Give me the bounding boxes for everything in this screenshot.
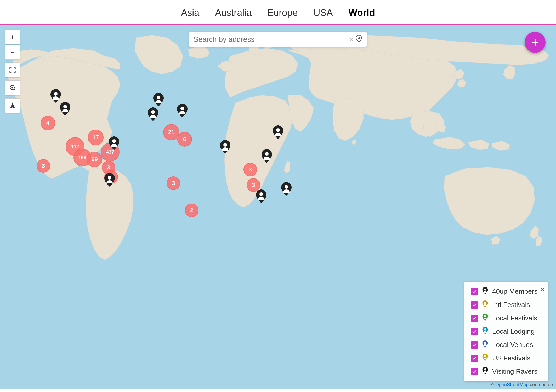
legend-icon-local-ven [481, 340, 489, 349]
cluster-marker-c1[interactable]: 4 [41, 116, 55, 130]
search-location-button[interactable] [5, 80, 20, 95]
map-attribution: © OpenStreetMap contributors [491, 382, 554, 388]
legend-item-40up: 40up Members [471, 287, 542, 296]
cluster-marker-c12[interactable]: 3 [167, 176, 180, 190]
cluster-marker-c11[interactable]: 6 [177, 132, 192, 147]
cluster-marker-c5[interactable]: 69 [87, 152, 102, 167]
nav-item-europe[interactable]: Europe [267, 7, 298, 18]
search-map-icon[interactable] [355, 35, 362, 44]
pin-marker-p8[interactable] [262, 149, 272, 165]
svg-point-2 [12, 87, 13, 88]
fullscreen-button[interactable] [5, 63, 20, 77]
pin-marker-p11[interactable] [281, 182, 292, 198]
legend-close-button[interactable]: × [541, 285, 544, 293]
legend-label-us-fest: US Festivals [492, 354, 530, 362]
pin-marker-p9[interactable] [104, 173, 115, 189]
pin-marker-p4[interactable] [177, 104, 188, 119]
search-input[interactable] [194, 35, 347, 44]
pin-marker-p12[interactable] [273, 125, 283, 141]
legend-label-intl-fest: Intl Festivals [492, 301, 530, 309]
svg-point-8 [151, 110, 155, 114]
legend-checkbox-intl-fest[interactable] [471, 301, 478, 309]
svg-point-9 [112, 139, 116, 143]
cluster-marker-c3[interactable]: 17 [88, 130, 104, 145]
search-clear-button[interactable]: × [349, 36, 353, 43]
nav-item-asia[interactable]: Asia [181, 7, 199, 18]
svg-point-17 [484, 302, 486, 304]
legend-checkbox-40up[interactable] [471, 288, 478, 295]
legend-checkbox-local-fest[interactable] [471, 315, 478, 322]
cluster-marker-c7[interactable]: 3 [37, 159, 50, 173]
svg-point-3 [358, 37, 360, 39]
svg-point-6 [157, 96, 160, 99]
nav-item-world[interactable]: World [348, 7, 375, 18]
pin-marker-p2[interactable] [60, 102, 70, 118]
cluster-marker-c14[interactable]: 2 [185, 204, 198, 217]
legend-label-40up: 40up Members [492, 287, 537, 296]
legend-item-visiting: Visiting Ravers [471, 367, 542, 376]
map-container: + − × [0, 25, 556, 389]
pin-marker-p1[interactable] [50, 89, 61, 105]
legend-checkbox-local-ven[interactable] [471, 341, 478, 349]
svg-point-15 [276, 128, 280, 132]
legend-label-local-fest: Local Festivals [492, 314, 537, 322]
search-bar: × [189, 32, 367, 47]
legend-label-visiting: Visiting Ravers [492, 367, 537, 376]
legend-item-local-ven: Local Venues [471, 340, 542, 349]
legend-icon-visiting [481, 367, 489, 376]
cluster-marker-c15[interactable]: 3 [243, 163, 257, 176]
legend-icon-intl-fest [481, 300, 489, 309]
legend-icon-us-fest [481, 354, 489, 363]
fab-add-button[interactable]: + [525, 32, 546, 53]
pin-marker-p10[interactable] [256, 189, 266, 205]
svg-point-7 [180, 107, 184, 110]
svg-point-21 [484, 355, 486, 357]
legend-label-local-ven: Local Venues [492, 341, 533, 349]
pin-marker-p6[interactable] [109, 136, 119, 152]
pin-marker-p3[interactable] [153, 93, 164, 108]
legend-item-us-fest: US Festivals [471, 354, 542, 363]
svg-point-18 [484, 315, 486, 317]
legend: × 40up Members Intl Festivals Local Fest… [464, 282, 548, 381]
attribution-link[interactable]: OpenStreetMap [495, 382, 529, 387]
legend-checkbox-us-fest[interactable] [471, 355, 478, 362]
legend-icon-40up [481, 287, 489, 296]
pin-marker-p5[interactable] [148, 107, 158, 123]
pin-marker-p7[interactable] [220, 140, 230, 156]
legend-checkbox-visiting[interactable] [471, 368, 478, 375]
legend-item-local-lodg: Local Lodging [471, 327, 542, 336]
legend-item-local-fest: Local Festivals [471, 314, 542, 323]
svg-point-13 [259, 192, 263, 196]
legend-icon-local-fest [481, 314, 489, 323]
zoom-out-button[interactable]: − [5, 45, 20, 60]
nav-item-australia[interactable]: Australia [215, 7, 252, 18]
nav-item-usa[interactable]: USA [313, 7, 333, 18]
svg-point-11 [265, 152, 269, 156]
legend-item-intl-fest: Intl Festivals [471, 300, 542, 309]
svg-point-4 [54, 92, 58, 96]
svg-point-12 [108, 176, 111, 180]
legend-icon-local-lodg [481, 327, 489, 336]
svg-point-19 [484, 328, 486, 331]
header-nav: AsiaAustraliaEuropeUSAWorld [0, 0, 556, 25]
cluster-marker-c10[interactable]: 21 [163, 124, 179, 140]
legend-checkbox-local-lodg[interactable] [471, 328, 478, 335]
svg-point-20 [484, 342, 486, 344]
svg-point-5 [63, 105, 67, 108]
legend-label-local-lodg: Local Lodging [492, 327, 535, 336]
svg-point-22 [484, 368, 486, 371]
svg-point-14 [285, 185, 288, 189]
navigate-button[interactable] [5, 98, 20, 113]
map-controls: + − [5, 30, 20, 113]
zoom-in-button[interactable]: + [5, 30, 20, 44]
svg-point-10 [223, 143, 227, 147]
svg-point-16 [484, 289, 486, 291]
